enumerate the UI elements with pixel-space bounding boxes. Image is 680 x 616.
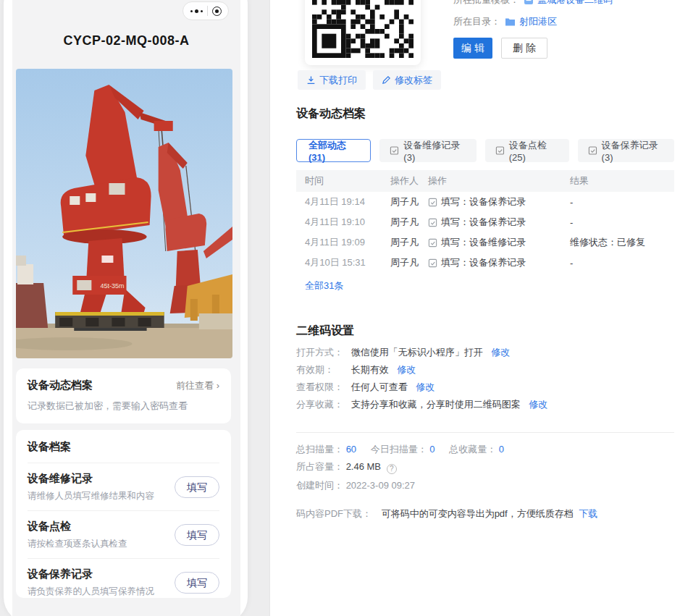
qr-settings-title: 二维码设置 [296,324,674,337]
archive-card-title: 设备动态档案 [28,379,93,392]
modify-link[interactable]: 修改 [397,364,416,375]
form-row-title: 设备保养记录 [28,568,154,581]
form-row-repair: 设备维修记录 请维修人员填写维修结果和内容 填写 [28,463,219,510]
code-meta: 所在批量模板： 盐城港设备二维码 所在目录： 射阳港区 [453,0,613,36]
form-icon [428,198,437,207]
download-icon [306,75,316,85]
top-actions: 编 辑 删 除 [453,38,547,59]
form-row-desc: 请负责保养的人员填写保养情况 [28,586,154,598]
directory-label: 所在目录： [453,15,500,28]
qr-actions: 下载打印 修改标签 [298,70,441,90]
detail-panel: 所在批量模板： 盐城港设备二维码 所在目录： 射阳港区 编 辑 删 除 下载打印… [271,0,680,616]
capsule-divider [207,6,208,16]
storage-label: 所占容量： [296,461,343,473]
equipment-forms-card: 设备档案 设备维修记录 请维修人员填写维修结果和内容 填写 设备点检 请按检查项… [16,430,231,598]
chevron-right-icon: › [217,380,219,391]
help-icon[interactable]: ? [387,464,397,474]
view-all-records-link[interactable]: 全部31条 [305,279,343,292]
qr-settings-section: 二维码设置 打开方式： 微信使用「无标识小程序」打开 修改 有效期： 长期有效 … [296,324,674,413]
svg-text:45t-35m: 45t-35m [100,282,124,290]
table-row: 4月11日 19:09 周子凡 填写：设备维修记录 维修状态：已修复 [296,232,674,253]
forms-card-title: 设备档案 [28,440,219,454]
miniprogram-capsule [182,1,229,20]
form-icon [428,258,437,268]
created-value: 2022-3-09 09:27 [346,480,415,491]
form-icon [428,218,437,227]
col-result: 结果 [570,174,674,187]
capsule-close-target-icon[interactable] [212,7,222,16]
template-row: 所在批量模板： 盐城港设备二维码 [453,0,613,7]
divider [296,432,674,433]
storage-value: 2.46 MB [346,461,381,472]
tab-inspection[interactable]: 设备点检(25) [485,139,569,162]
scan-total-label: 总扫描量： [296,444,343,455]
qr-code-card [305,0,421,65]
form-row-desc: 请维修人员填写维修结果和内容 [28,490,154,502]
fav-total-label: 总收藏量： [449,444,496,455]
tab-repair-records[interactable]: 设备维修记录(3) [379,139,476,162]
pdf-download-link[interactable]: 下载 [579,508,597,519]
equipment-code-title: CYCP-02-MQ-008-A [12,33,240,48]
setting-row-validity: 有效期： 长期有效 修改 [296,361,674,379]
table-row: 4月10日 15:31 周子凡 填写：设备保养记录 - [296,253,674,273]
qr-code-image [312,0,414,58]
directory-link[interactable]: 射阳港区 [519,15,557,28]
form-icon [495,145,505,156]
fill-button-repair[interactable]: 填写 [175,476,219,498]
pdf-desc: 可将码中的可变内容导出为pdf，方便纸质存档 [382,508,574,519]
scan-total-value: 60 [346,444,356,455]
setting-row-permission: 查看权限： 任何人可查看 修改 [296,379,674,396]
go-view-link[interactable]: 前往查看 › [176,379,219,392]
form-row-inspection: 设备点检 请按检查项逐条认真检查 填写 [28,510,219,558]
setting-row-share: 分享收藏： 支持分享和收藏，分享时使用二维码图案 修改 [296,396,674,413]
modify-link[interactable]: 修改 [416,381,435,392]
edit-label-button[interactable]: 修改标签 [373,70,441,90]
form-icon [390,145,399,156]
equipment-photo: 45t-35m [16,69,232,358]
form-row-desc: 请按检查项逐条认真检查 [28,538,127,550]
phone-frame: CYCP-02-MQ-008-A [4,0,248,616]
template-link[interactable]: 盐城港设备二维码 [537,0,613,7]
form-row-maintenance: 设备保养记录 请负责保养的人员填写保养情况 填写 [28,558,219,606]
col-action: 操作 [428,174,570,187]
fav-total-value: 0 [499,444,504,455]
tab-maintenance-records[interactable]: 设备保养记录(3) [578,139,674,162]
archive-tabs: 全部动态(31) 设备维修记录(3) 设备点检(25) 设备保养记录(3) [296,139,674,162]
edit-button[interactable]: 编 辑 [453,38,492,59]
directory-row: 所在目录： 射阳港区 [453,14,613,29]
phone-preview-panel: CYCP-02-MQ-008-A [0,0,270,616]
setting-row-open-mode: 打开方式： 微信使用「无标识小程序」打开 修改 [296,344,674,361]
col-time: 时间 [305,174,390,187]
fill-button-maintenance[interactable]: 填写 [175,572,219,594]
pdf-download-row: 码内容PDF下载： 可将码中的可变内容导出为pdf，方便纸质存档 下载 [296,507,674,520]
template-icon [524,0,534,5]
form-icon [428,238,437,248]
fill-button-inspection[interactable]: 填写 [175,524,219,546]
archive-encrypted-desc: 记录数据已被加密，需要输入密码查看 [28,400,219,413]
table-row: 4月11日 19:10 周子凡 填写：设备保养记录 - [296,212,674,232]
scan-today-label: 今日扫描量： [371,444,427,455]
modify-link[interactable]: 修改 [491,347,510,358]
col-person: 操作人 [390,174,428,187]
modify-link[interactable]: 修改 [529,399,547,410]
template-label: 所在批量模板： [453,0,519,7]
phone-screen: CYCP-02-MQ-008-A [12,0,240,616]
scan-today-value: 0 [429,444,435,455]
download-print-button[interactable]: 下载打印 [298,70,366,90]
table-header: 时间 操作人 操作 结果 [296,170,674,192]
activity-table: 时间 操作人 操作 结果 4月11日 19:14 周子凡 填写：设备保养记录 -… [296,170,674,292]
delete-button[interactable]: 删 除 [501,38,547,59]
archive-section: 设备动态档案 全部动态(31) 设备维修记录(3) 设备点检(25) 设备保养记… [296,107,674,292]
form-row-title: 设备点检 [28,520,127,533]
archive-section-title: 设备动态档案 [296,107,674,120]
created-label: 创建时间： [296,480,343,491]
stats-section: 总扫描量： 60 今日扫描量： 0 总收藏量： 0 所占容量： 2.46 MB … [296,444,674,491]
folder-icon [505,17,516,27]
more-dots-icon[interactable] [190,9,203,13]
table-row: 4月11日 19:14 周子凡 填写：设备保养记录 - [296,192,674,212]
pencil-icon [382,75,391,85]
tab-all-activity[interactable]: 全部动态(31) [296,139,371,162]
form-icon [588,145,597,156]
pdf-label: 码内容PDF下载： [296,508,372,519]
form-row-title: 设备维修记录 [28,472,154,486]
